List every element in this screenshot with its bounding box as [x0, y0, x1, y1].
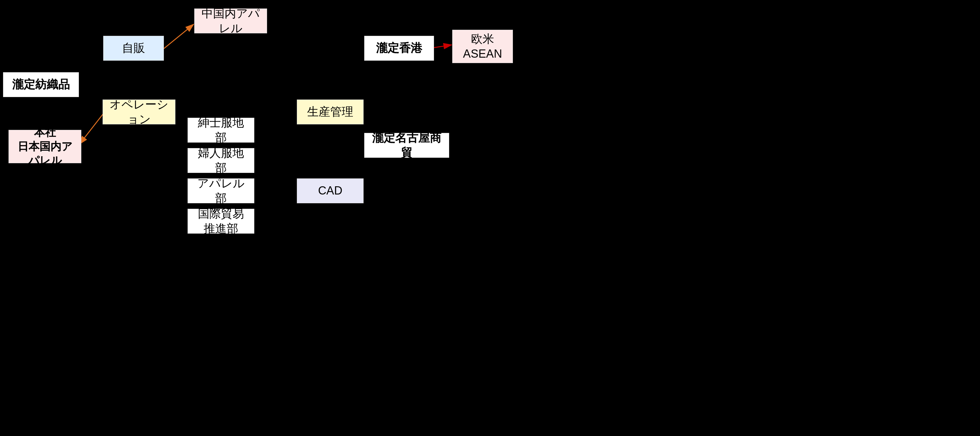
- honsha-label: 本社日本国内アパレル: [14, 125, 76, 168]
- takisada-textile-node: 瀧定紡織品: [3, 72, 79, 97]
- china-apparel-node: 中国内アパレル: [194, 8, 267, 33]
- svg-line-3: [164, 24, 194, 49]
- cad-node: CAD: [297, 178, 364, 203]
- takisada-nagoya-node: 瀧定名古屋商貿: [364, 133, 449, 158]
- shinshi-node: 紳士服地部: [188, 118, 255, 143]
- svg-line-4: [80, 114, 103, 144]
- kokusai-node: 国際貿易推進部: [188, 209, 255, 234]
- oubei-node: 欧米ASEAN: [452, 30, 513, 63]
- seisakukanri-node: 生産管理: [297, 100, 364, 124]
- takisada-hongkong-node: 瀧定香港: [364, 36, 434, 60]
- apparel-node: アパレル部: [188, 178, 255, 203]
- oubei-label: 欧米ASEAN: [463, 32, 502, 62]
- fujin-node: 婦人服地部: [188, 148, 255, 173]
- honsha-node: 本社日本国内アパレル: [8, 130, 81, 163]
- operation-node: オペレーション: [103, 100, 175, 124]
- jihan-node: 自販: [103, 36, 164, 60]
